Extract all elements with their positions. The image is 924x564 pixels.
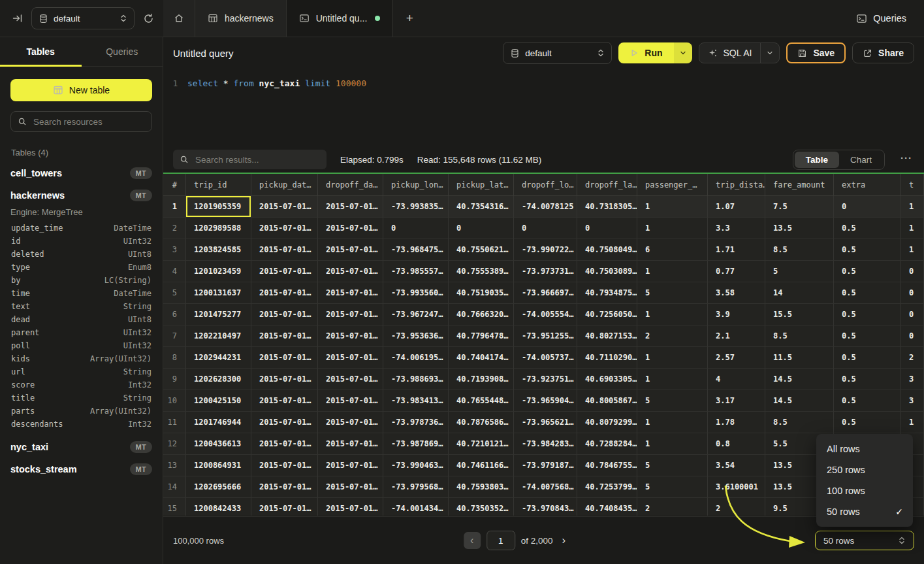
column-header[interactable]: pickup_lat…	[449, 174, 514, 196]
grid-cell[interactable]: -73.965621…	[514, 412, 577, 433]
grid-cell[interactable]: 1201023459	[186, 261, 251, 282]
grid-cell[interactable]: 0.5	[834, 282, 901, 304]
grid-cell[interactable]: 40.7555389…	[449, 261, 514, 282]
grid-cell[interactable]: 0	[901, 325, 924, 347]
grid-cell[interactable]: 1203824585	[186, 239, 251, 261]
grid-cell[interactable]: 2015-07-01…	[251, 196, 318, 218]
grid-cell[interactable]: 2.57	[708, 347, 765, 369]
grid-cell[interactable]: 1202210497	[186, 325, 251, 347]
share-button[interactable]: Share	[852, 42, 914, 63]
grid-cell[interactable]: 1202695666	[186, 476, 251, 498]
grid-cell[interactable]: -73.987869…	[383, 433, 449, 455]
grid-cell[interactable]: -73.967247…	[383, 304, 449, 325]
grid-cell[interactable]: 3	[901, 390, 924, 412]
row-limit-option[interactable]: 100 rows	[816, 480, 913, 501]
grid-cell[interactable]: -74.0078125	[514, 196, 577, 218]
grid-cell[interactable]: 3.54	[708, 455, 765, 476]
grid-cell[interactable]: 1200842433	[186, 498, 251, 516]
grid-cell[interactable]: 1.71	[708, 239, 765, 261]
save-button[interactable]: Save	[786, 42, 846, 63]
grid-cell[interactable]: 2015-07-01…	[251, 433, 318, 455]
grid-cell[interactable]: -73.968475…	[383, 239, 449, 261]
grid-cell[interactable]: 1200864931	[186, 455, 251, 476]
tab-home[interactable]	[163, 0, 195, 37]
grid-cell[interactable]: 2015-07-01…	[318, 369, 383, 390]
grid-cell[interactable]: 40.7519035…	[449, 282, 514, 304]
row-limit-option[interactable]: 50 rows✓	[816, 501, 913, 522]
grid-cell[interactable]: 1	[901, 412, 924, 433]
grid-cell[interactable]: -73.993560…	[383, 282, 449, 304]
grid-cell[interactable]: 14	[765, 282, 834, 304]
grid-cell[interactable]: 2015-07-01…	[318, 390, 383, 412]
grid-cell[interactable]: 0	[901, 261, 924, 282]
grid-cell[interactable]: 2015-07-01…	[251, 325, 318, 347]
grid-cell[interactable]: 3.6100001	[708, 476, 765, 498]
grid-cell[interactable]: 1200131637	[186, 282, 251, 304]
grid-cell[interactable]: -74.007568…	[514, 476, 577, 498]
grid-cell[interactable]: 0.5	[834, 390, 901, 412]
column-header[interactable]: dropoff_da…	[318, 174, 383, 196]
grid-cell[interactable]: 3.3	[708, 218, 765, 239]
grid-cell[interactable]: 0.5	[834, 239, 901, 261]
grid-cell[interactable]: 40.7666320…	[449, 304, 514, 325]
column-header[interactable]: fare_amount	[765, 174, 834, 196]
row-limit-option[interactable]: 250 rows	[816, 459, 913, 480]
grid-cell[interactable]: 40.7253799…	[577, 476, 637, 498]
grid-cell[interactable]: 1	[637, 261, 708, 282]
grid-cell[interactable]: 2	[901, 347, 924, 369]
row-limit-select[interactable]: 50 rows	[815, 531, 914, 550]
column-header[interactable]: dropoff_la…	[577, 174, 637, 196]
grid-cell[interactable]: 3	[901, 369, 924, 390]
grid-cell[interactable]: 11.5	[765, 347, 834, 369]
grid-cell[interactable]: 2015-07-01…	[318, 455, 383, 476]
new-tab-button[interactable]: +	[393, 0, 426, 37]
grid-cell[interactable]: 40.8027153…	[577, 325, 637, 347]
grid-cell[interactable]: 2015-07-01…	[318, 347, 383, 369]
grid-cell[interactable]: 5	[637, 282, 708, 304]
grid-cell[interactable]: 40.7503089…	[577, 261, 637, 282]
grid-cell[interactable]: 0	[901, 282, 924, 304]
grid-cell[interactable]: 1	[901, 218, 924, 239]
grid-cell[interactable]: 40.7796478…	[449, 325, 514, 347]
grid-cell[interactable]: 40.7934875…	[577, 282, 637, 304]
grid-cell[interactable]: 2015-07-01…	[318, 325, 383, 347]
grid-cell[interactable]: 3.58	[708, 282, 765, 304]
grid-cell[interactable]: 1202628300	[186, 369, 251, 390]
grid-cell[interactable]: -73.923751…	[514, 369, 577, 390]
grid-cell[interactable]: 1.07	[708, 196, 765, 218]
grid-cell[interactable]: 8.5	[765, 325, 834, 347]
sidebar-item-hackernews[interactable]: hackernews MT	[10, 184, 152, 207]
grid-cell[interactable]: 2015-07-01…	[318, 304, 383, 325]
column-header[interactable]: t	[901, 174, 924, 196]
grid-cell[interactable]: -73.951255…	[514, 325, 577, 347]
grid-cell[interactable]: 40.7461166…	[449, 455, 514, 476]
grid-cell[interactable]: 0.5	[834, 369, 901, 390]
grid-cell[interactable]: -73.979187…	[514, 455, 577, 476]
grid-cell[interactable]: -73.984283…	[514, 433, 577, 455]
grid-cell[interactable]: 3.17	[708, 390, 765, 412]
sidebar-tab-queries[interactable]: Queries	[82, 37, 163, 66]
sidebar-item-stocks-stream[interactable]: stocks_stream MT	[10, 458, 152, 480]
grid-cell[interactable]: 2	[637, 498, 708, 516]
grid-cell[interactable]: 40.7288284…	[577, 433, 637, 455]
run-button[interactable]: Run	[618, 42, 673, 63]
grid-cell[interactable]: 1202944231	[186, 347, 251, 369]
grid-cell[interactable]: 1	[637, 304, 708, 325]
sidebar-item-cell-towers[interactable]: cell_towers MT	[10, 162, 152, 184]
grid-cell[interactable]: 0	[901, 304, 924, 325]
grid-cell[interactable]: 0.5	[834, 325, 901, 347]
sidebar-tab-tables[interactable]: Tables	[0, 37, 82, 66]
collapse-sidebar-icon[interactable]	[12, 13, 23, 24]
next-page-button[interactable]: ›	[559, 534, 569, 547]
grid-cell[interactable]: 2015-07-01…	[251, 476, 318, 498]
grid-cell[interactable]: 2015-07-01…	[251, 369, 318, 390]
grid-cell[interactable]: 3.9	[708, 304, 765, 325]
grid-cell[interactable]: 0	[514, 218, 577, 239]
database-selector[interactable]: default	[31, 7, 135, 29]
grid-cell[interactable]: 40.7354316…	[449, 196, 514, 218]
grid-cell[interactable]: 40.8005867…	[577, 390, 637, 412]
grid-cell[interactable]: -73.973731…	[514, 261, 577, 282]
row-limit-option[interactable]: All rows	[816, 439, 913, 459]
grid-cell[interactable]: 2015-07-01…	[318, 498, 383, 516]
grid-cell[interactable]: -73.990722…	[514, 239, 577, 261]
